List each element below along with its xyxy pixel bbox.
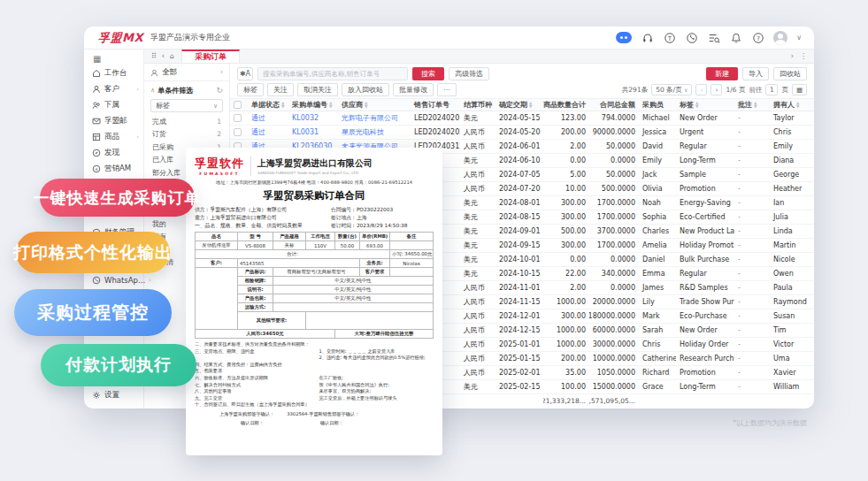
scope-selector[interactable]: 全部 › — [144, 64, 229, 81]
action-button[interactable]: 关注 — [267, 83, 294, 96]
sidebar-item-0[interactable]: 工作台 — [84, 65, 143, 81]
select-all-checkbox[interactable] — [234, 101, 242, 109]
action-button[interactable]: 标签 — [237, 83, 264, 96]
column-header[interactable]: 确定交期▲▼ — [495, 100, 543, 110]
filter-item[interactable]: 订货2 — [144, 128, 229, 141]
column-header[interactable]: 拥有人▲▼ — [770, 100, 810, 110]
sidebar-item-3[interactable]: 孚盟邮 — [84, 113, 143, 129]
action-button[interactable]: ··· — [437, 83, 457, 96]
row-checkbox[interactable] — [234, 114, 242, 122]
back-icon[interactable]: ‹ — [162, 52, 165, 60]
sidebar-item-5[interactable]: 发现 — [84, 145, 143, 161]
create-button[interactable]: 新建 — [706, 67, 738, 80]
column-header[interactable]: 单据状态▲▼ — [248, 100, 288, 110]
column-header[interactable]: 供应商▲▼ — [338, 100, 411, 110]
help-icon[interactable]: ? — [751, 31, 764, 44]
column-header-label: 商品数量合计 — [543, 100, 586, 110]
search-list-icon[interactable] — [707, 31, 720, 44]
cell-buyer: Noah — [639, 199, 676, 207]
cell-value[interactable]: 星辰光电科技 — [342, 127, 384, 137]
column-header[interactable]: 标签▲▼ — [676, 100, 734, 110]
column-header[interactable]: 合同总金额 — [589, 100, 639, 110]
page-size-select[interactable]: 50 条/页 ∨ — [651, 84, 692, 95]
recycle-bin-button[interactable]: 回收站 — [773, 67, 807, 80]
cell-value: George — [773, 171, 799, 179]
prev-page-button[interactable]: ‹ — [695, 84, 707, 95]
import-button[interactable]: 导入 — [742, 67, 769, 80]
cell-value[interactable]: KL0032 — [292, 114, 319, 122]
bell-icon[interactable] — [729, 31, 742, 44]
sidebar-item-13[interactable]: WhatsAp...› — [84, 272, 143, 288]
cell-value: 2.00 — [570, 284, 586, 292]
headset-icon[interactable] — [641, 31, 654, 44]
filter-section-header[interactable]: ∧ 单条件筛选 ↻ — [144, 83, 229, 97]
advanced-filter-button[interactable]: 高级筛选 — [449, 67, 489, 80]
column-header[interactable]: 采购单编号▲▼ — [288, 100, 338, 110]
cell-value: 1000.00 — [557, 326, 586, 334]
cell-owner: Xavier — [770, 369, 810, 377]
contract-clause: 四、结算方式、费用负担：运费由供方负担 — [195, 362, 434, 369]
sort-icon[interactable]: ▲▼ — [695, 102, 698, 108]
cell-remark: - — [734, 326, 770, 334]
user-avatar[interactable] — [773, 31, 787, 45]
cell-value[interactable]: 光辉电子有限公司 — [342, 113, 398, 123]
column-header[interactable]: 批注▲▼ — [734, 100, 770, 110]
cell-owner: Owen — [770, 270, 810, 278]
cell-value: 人民币 — [464, 340, 485, 349]
cell-value[interactable]: 通过 — [251, 127, 265, 137]
search-button[interactable]: 搜索 — [412, 67, 444, 80]
row-checkbox[interactable] — [234, 128, 242, 136]
cell-value[interactable]: 通过 — [251, 113, 265, 123]
apps-grid-icon[interactable]: ⠿ — [151, 52, 157, 60]
sidebar-item-6[interactable]: A营销AM — [84, 161, 143, 177]
column-header-label: 批注 — [738, 100, 752, 110]
cell-value: Emma — [642, 270, 665, 278]
task-icon[interactable]: T — [663, 31, 676, 44]
goto-page-input[interactable]: 1 — [765, 84, 778, 95]
whatsapp-icon[interactable] — [685, 31, 698, 44]
filter-item-count: 2 — [217, 130, 221, 138]
sort-icon[interactable]: ▲▼ — [329, 102, 332, 108]
sidebar-collapse-icon[interactable]: ▦ — [84, 51, 143, 65]
sidebar-item-settings[interactable]: 设置 — [84, 387, 143, 403]
action-button[interactable]: 批量修改 — [393, 83, 434, 96]
cell-value[interactable]: KL0031 — [292, 128, 319, 136]
column-settings-icon[interactable]: ▦ — [792, 84, 807, 95]
sidebar-item-1[interactable]: 客户› — [84, 81, 143, 97]
cell-date: 2024-07-05 — [495, 171, 543, 179]
search-input[interactable]: 搜索采购单编号,供应商名称,销售订单号 — [257, 67, 408, 80]
filter-item-label: 订货 — [152, 129, 166, 139]
column-header[interactable]: 结算币种 — [460, 100, 495, 110]
sort-icon[interactable]: ▲▼ — [529, 102, 532, 108]
cell-value: Trade Show Purchase — [680, 298, 734, 306]
column-header[interactable]: 采购员 — [639, 100, 676, 110]
column-header[interactable] — [230, 101, 248, 109]
home-icon[interactable]: ⌂ — [170, 52, 174, 60]
tab-scroll-right-icon[interactable]: › — [791, 52, 794, 60]
sort-icon[interactable]: ▲▼ — [754, 102, 757, 108]
filter-item[interactable]: 完成1 — [144, 115, 229, 128]
chevron-down-icon[interactable]: ∨ — [796, 34, 802, 42]
reset-filter-icon[interactable]: ↻ — [216, 86, 223, 95]
sidebar-item-4[interactable]: 商品› — [84, 129, 143, 145]
table-row[interactable]: 通过KL0031星辰光电科技LED20240202人民币2024-05-2020… — [230, 126, 814, 140]
filter-type-select[interactable]: 标签 ∨ — [150, 99, 223, 112]
assistant-icon[interactable] — [616, 32, 632, 43]
action-button[interactable]: 放入回收站 — [342, 83, 389, 96]
saved-filter-icon[interactable]: ✱A — [237, 67, 253, 80]
cell-value: Xavier — [773, 369, 796, 377]
tab-purchase-order[interactable]: 采购订单 — [181, 50, 240, 63]
cell-currency: 美元 — [460, 113, 495, 123]
column-header[interactable]: 销售订单号 — [411, 100, 460, 110]
action-button[interactable]: 取消关注 — [297, 83, 338, 96]
sort-icon[interactable]: ▲▼ — [365, 102, 367, 108]
cell-buyer: Grace — [639, 383, 676, 391]
next-page-button[interactable]: › — [711, 84, 722, 95]
table-row[interactable]: 通过KL0032光辉电子有限公司LED20240201美元2024-05-151… — [230, 111, 814, 126]
sort-icon[interactable]: ▲▼ — [796, 102, 799, 108]
tab-more-icon[interactable]: ⋮ — [800, 52, 807, 60]
column-header[interactable]: 商品数量合计 — [543, 100, 589, 110]
sidebar-item-2[interactable]: 下属 — [84, 97, 143, 113]
cell-remark: - — [734, 312, 770, 320]
sort-icon[interactable]: ▲▼ — [281, 102, 284, 108]
